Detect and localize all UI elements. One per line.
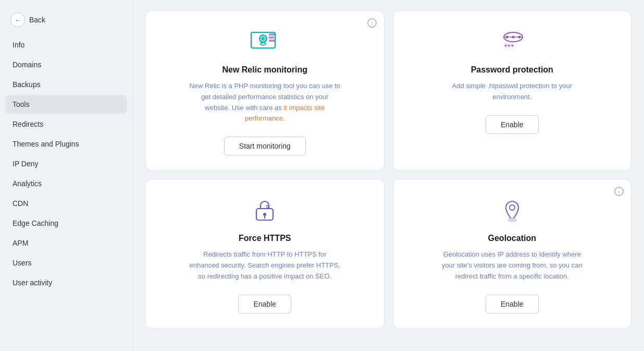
geolocation-icon [499, 196, 526, 225]
svg-point-3 [261, 43, 266, 45]
geolocation-title: Geolocation [488, 234, 536, 243]
svg-text:i: i [371, 20, 373, 26]
new-relic-title: New Relic monitoring [222, 65, 307, 75]
new-relic-card: i New Relic monitoring [145, 10, 385, 171]
geolocation-description: Geolocation uses IP address to identify … [437, 249, 588, 282]
svg-point-25 [508, 219, 516, 222]
new-relic-highlight: it impacts site performance. [245, 104, 325, 123]
svg-text:S: S [266, 204, 269, 209]
svg-point-14 [505, 36, 508, 39]
sidebar-item-redirects[interactable]: Redirects [5, 115, 127, 134]
password-protection-card: *** Password protection Add simple .htpa… [393, 10, 632, 171]
force-https-description: Redirects traffic from HTTP to HTTPS for… [189, 249, 340, 282]
svg-point-19 [263, 213, 266, 216]
sidebar-item-backups[interactable]: Backups [5, 75, 127, 94]
sidebar-item-info[interactable]: Info [5, 35, 127, 54]
sidebar-item-analytics[interactable]: Analytics [5, 174, 127, 193]
svg-point-24 [510, 205, 515, 210]
geolocation-card: i Geolocation Geolocation uses IP addres… [393, 179, 632, 328]
new-relic-icon [249, 28, 280, 57]
svg-point-15 [512, 36, 514, 39]
sidebar-item-apm[interactable]: APM [5, 234, 127, 252]
password-protection-description: Add simple .htpasswd protection to your … [437, 81, 588, 103]
sidebar-item-edge-caching[interactable]: Edge Caching [5, 214, 127, 233]
back-label: Back [29, 16, 45, 24]
sidebar-item-user-activity[interactable]: User activity [5, 273, 127, 292]
force-https-title: Force HTTPS [239, 234, 291, 243]
sidebar-nav: Info Domains Backups Tools Redirects The… [0, 35, 132, 292]
start-monitoring-button[interactable]: Start monitoring [224, 137, 306, 155]
tools-grid: i New Relic monitoring [145, 10, 631, 329]
password-enable-button[interactable]: Enable [486, 115, 539, 134]
sidebar-item-tools[interactable]: Tools [5, 95, 127, 114]
force-https-enable-button[interactable]: Enable [238, 295, 291, 313]
back-button[interactable]: ← Back [0, 8, 132, 35]
svg-text:***: *** [504, 43, 514, 50]
new-relic-info-icon[interactable]: i [367, 18, 377, 30]
sidebar: ← Back Info Domains Backups Tools Redire… [0, 0, 133, 351]
password-icon: *** [497, 28, 528, 57]
svg-rect-10 [269, 37, 274, 39]
sidebar-item-cdn[interactable]: CDN [5, 194, 127, 213]
svg-rect-9 [269, 33, 275, 35]
main-content: i New Relic monitoring [133, 0, 644, 351]
back-arrow-icon: ← [10, 13, 25, 27]
sidebar-item-themes-plugins[interactable]: Themes and Plugins [5, 135, 127, 153]
svg-point-16 [518, 36, 521, 39]
geolocation-enable-button[interactable]: Enable [486, 295, 539, 313]
password-protection-title: Password protection [471, 65, 553, 75]
force-https-icon: S [251, 196, 278, 225]
force-https-card: S Force HTTPS Redirects traffic from HTT… [145, 179, 385, 328]
sidebar-item-ip-deny[interactable]: IP Deny [5, 154, 127, 173]
sidebar-item-domains[interactable]: Domains [5, 55, 127, 74]
new-relic-description: New Relic is a PHP monitoring tool you c… [189, 81, 340, 124]
geolocation-info-icon[interactable]: i [614, 187, 624, 198]
svg-rect-11 [269, 40, 275, 42]
sidebar-item-users[interactable]: Users [5, 253, 127, 272]
svg-text:i: i [618, 189, 620, 195]
